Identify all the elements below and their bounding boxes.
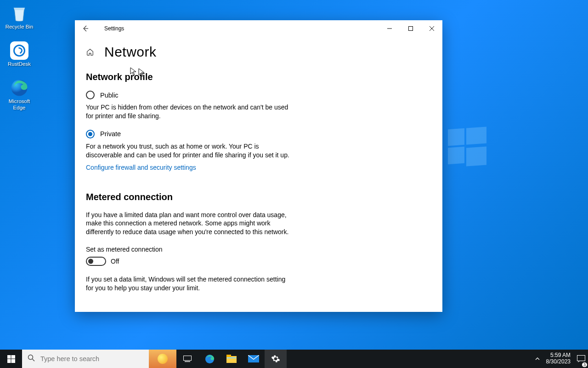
taskbar-app-explorer[interactable] xyxy=(220,350,243,368)
radio-icon xyxy=(86,91,95,99)
metered-toggle-state: Off xyxy=(111,258,119,265)
edge-icon xyxy=(10,78,29,98)
task-view-button[interactable] xyxy=(176,350,198,368)
start-button[interactable] xyxy=(0,350,22,368)
taskbar-app-edge[interactable] xyxy=(198,350,220,368)
home-icon[interactable] xyxy=(86,48,94,56)
desktop-icon-label: Microsoft Edge xyxy=(4,98,35,110)
section-heading-profile: Network profile xyxy=(86,72,431,82)
tray-date: 8/30/2023 xyxy=(546,359,571,365)
desktop-icon-edge[interactable]: Microsoft Edge xyxy=(4,78,35,110)
desktop-icon-label: Recycle Bin xyxy=(4,24,35,30)
system-tray: 5:59 AM 8/30/2023 3 xyxy=(532,350,588,368)
svg-point-10 xyxy=(28,355,33,360)
taskbar-search[interactable] xyxy=(22,350,176,368)
radio-public[interactable]: Public xyxy=(86,91,431,99)
svg-rect-16 xyxy=(226,355,231,357)
settings-content[interactable]: Network Network profile Public Your PC i… xyxy=(75,37,442,312)
search-weather-widget[interactable] xyxy=(149,350,176,368)
search-icon xyxy=(28,354,35,363)
metered-intro: If you have a limited data plan and want… xyxy=(86,211,293,237)
radio-icon xyxy=(86,130,95,138)
maximize-button[interactable] xyxy=(400,20,421,37)
svg-rect-7 xyxy=(11,355,15,358)
recycle-bin-icon xyxy=(10,4,29,23)
notification-badge: 3 xyxy=(582,362,587,367)
taskbar-app-settings[interactable] xyxy=(265,350,287,368)
desktop-icon-rustdesk[interactable]: RustDesk xyxy=(4,41,35,67)
minimize-button[interactable] xyxy=(379,20,400,37)
svg-line-11 xyxy=(33,359,35,362)
svg-rect-8 xyxy=(7,359,11,363)
radio-private[interactable]: Private xyxy=(86,130,431,138)
tray-clock[interactable]: 5:59 AM 8/30/2023 xyxy=(543,350,574,368)
public-desc: Your PC is hidden from other devices on … xyxy=(86,103,293,121)
firewall-link[interactable]: Configure firewall and security settings xyxy=(86,164,196,171)
taskbar: 5:59 AM 8/30/2023 3 xyxy=(0,350,588,368)
titlebar: Settings xyxy=(75,20,442,37)
tray-chevron-up-icon[interactable] xyxy=(532,350,543,368)
back-button[interactable] xyxy=(75,20,96,37)
action-center-button[interactable]: 3 xyxy=(574,350,588,368)
svg-rect-6 xyxy=(7,355,11,358)
private-desc: For a network you trust, such as at home… xyxy=(86,142,293,160)
metered-limit-desc: If you set a data limit, Windows will se… xyxy=(86,275,293,293)
metered-toggle[interactable] xyxy=(86,257,106,266)
svg-rect-12 xyxy=(184,356,192,361)
desktop-icon-label: RustDesk xyxy=(4,61,35,67)
close-button[interactable] xyxy=(421,20,442,37)
page-title: Network xyxy=(104,44,157,60)
taskbar-app-mail[interactable] xyxy=(243,350,265,368)
radio-label: Private xyxy=(100,130,121,138)
app-name: Settings xyxy=(104,25,124,32)
settings-window: Settings Network Network profile P xyxy=(75,20,442,312)
metered-toggle-label: Set as metered connection xyxy=(86,246,431,253)
section-heading-metered: Metered connection xyxy=(86,192,431,202)
desktop-icon-recycle-bin[interactable]: Recycle Bin xyxy=(4,4,35,30)
svg-rect-3 xyxy=(409,27,413,31)
svg-rect-15 xyxy=(226,356,237,363)
svg-rect-9 xyxy=(11,359,15,363)
radio-label: Public xyxy=(100,92,119,99)
svg-rect-19 xyxy=(577,356,585,361)
tray-time: 5:59 AM xyxy=(550,352,571,359)
svg-rect-17 xyxy=(227,357,236,358)
rustdesk-icon xyxy=(10,41,29,60)
windows-logo-backdrop xyxy=(448,129,485,166)
